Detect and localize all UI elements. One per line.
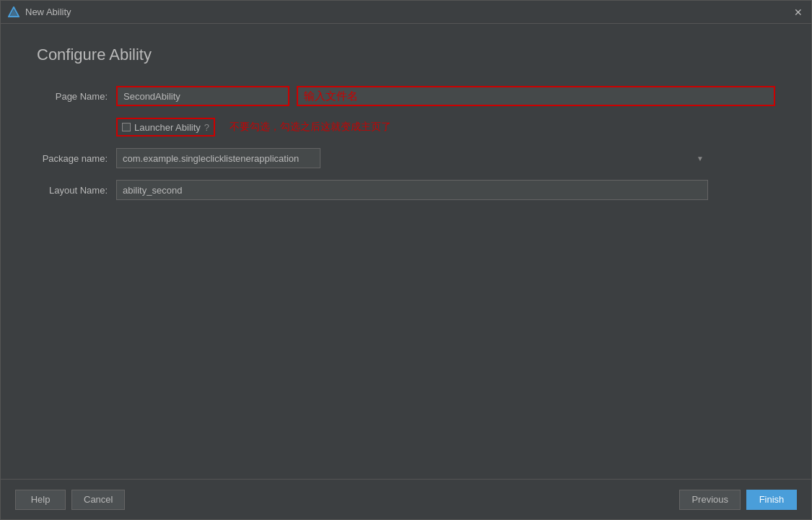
app-logo-icon	[8, 6, 19, 18]
launcher-ability-label: Launcher Ability	[134, 122, 201, 133]
page-name-label: Page Name:	[37, 91, 116, 102]
close-button[interactable]: ✕	[793, 6, 804, 18]
layout-name-input-area	[116, 180, 775, 200]
main-content: Configure Ability Page Name: 输入文件名 Launc…	[1, 24, 811, 479]
title-bar: New Ability ✕	[1, 1, 811, 24]
previous-button[interactable]: Previous	[679, 490, 741, 510]
page-heading: Configure Ability	[37, 46, 775, 64]
footer-right-buttons: Previous Finish	[679, 490, 797, 510]
package-name-select-wrapper: com.example.singleclicklistenerapplicati…	[116, 148, 708, 168]
launcher-ability-row: Launcher Ability ? 不要勾选，勾选之后这就变成主页了	[37, 118, 775, 136]
page-name-input-area: 输入文件名	[116, 86, 775, 106]
launcher-annotation: 不要勾选，勾选之后这就变成主页了	[230, 121, 391, 134]
file-name-annotation: 输入文件名	[297, 86, 775, 106]
dropdown-arrow-icon: ▼	[697, 155, 704, 162]
launcher-content: Launcher Ability ? 不要勾选，勾选之后这就变成主页了	[116, 118, 391, 136]
dialog-footer: Help Cancel Previous Finish	[1, 479, 811, 519]
package-name-select[interactable]: com.example.singleclicklistenerapplicati…	[116, 148, 320, 168]
layout-name-input[interactable]	[116, 180, 708, 200]
cancel-button[interactable]: Cancel	[71, 490, 125, 510]
package-name-input-area: com.example.singleclicklistenerapplicati…	[116, 148, 775, 168]
launcher-ability-checkbox[interactable]	[122, 123, 131, 131]
layout-name-row: Layout Name:	[37, 180, 775, 200]
launcher-help-icon[interactable]: ?	[204, 122, 209, 133]
dialog-title: New Ability	[25, 6, 787, 17]
dialog-window: New Ability ✕ Configure Ability Page Nam…	[0, 0, 812, 520]
footer-left-buttons: Help Cancel	[15, 490, 125, 510]
package-name-row: Package name: com.example.singleclicklis…	[37, 148, 775, 168]
layout-name-label: Layout Name:	[37, 185, 116, 196]
launcher-checkbox-group: Launcher Ability ?	[116, 118, 215, 136]
page-name-row: Page Name: 输入文件名	[37, 86, 775, 106]
help-button[interactable]: Help	[15, 490, 66, 510]
package-name-label: Package name:	[37, 153, 116, 164]
finish-button[interactable]: Finish	[746, 490, 797, 510]
page-name-input[interactable]	[116, 86, 289, 106]
